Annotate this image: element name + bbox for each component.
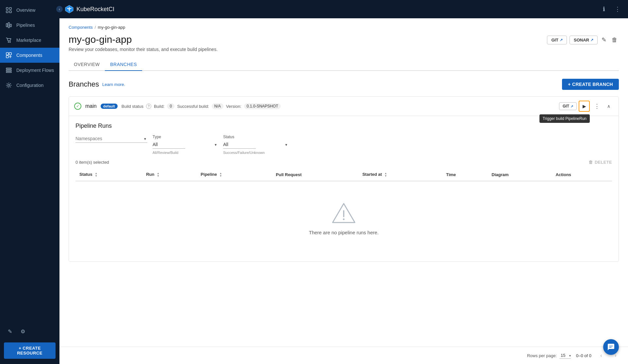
sidebar-item-label: Overview (16, 8, 35, 13)
pipeline-runs-table: Status ▲▼ Run ▲▼ Pipeline ▲▼ (75, 169, 612, 255)
version-value: 0.1.0-SNAPSHOT (244, 103, 281, 109)
branch-meta: Build status ? Build: 0 Successful build… (122, 103, 281, 109)
gear-icon (5, 82, 12, 89)
page-title: my-go-gin-app (69, 34, 132, 45)
tabs: OVERVIEW BRANCHES (69, 58, 619, 71)
pagination-bar: Rows per page: 15 25 50 ▾ 0–0 of 0 ‹ › (59, 347, 628, 364)
git-button[interactable]: GIT ↗ (547, 36, 567, 44)
branch-git-button[interactable]: GIT ↗ (559, 102, 577, 110)
rows-per-page-select[interactable]: 15 25 50 (559, 352, 571, 359)
sidebar-item-pipelines[interactable]: Pipelines (0, 18, 59, 33)
external-link-icon: ↗ (560, 38, 563, 42)
sonar-button[interactable]: SONAR ↗ (570, 36, 598, 44)
sort-icon-run: ▲▼ (157, 172, 159, 177)
col-status[interactable]: Status ▲▼ (75, 169, 142, 181)
delete-button[interactable]: 🗑 DELETE (588, 160, 612, 165)
type-select[interactable]: All (153, 141, 185, 149)
sort-icon-started-at: ▲▼ (385, 172, 387, 177)
breadcrumb-components-link[interactable]: Components (69, 25, 93, 30)
table-header-row: Status ▲▼ Run ▲▼ Pipeline ▲▼ (75, 169, 612, 181)
svg-point-17 (343, 218, 345, 220)
sidebar-item-label: Pipelines (16, 23, 35, 28)
sidebar-item-overview[interactable]: Overview (0, 3, 59, 18)
create-resource-button[interactable]: + CREATE RESOURCE (4, 342, 56, 359)
branch-actions: GIT ↗ ▶ Trigger build PipelineRun ⋮ ∧ (559, 101, 613, 112)
tab-overview[interactable]: OVERVIEW (69, 58, 105, 71)
namespace-input-wrapper: ▾ (75, 135, 147, 143)
more-menu-button[interactable]: ⋮ (612, 4, 623, 14)
settings-icon[interactable]: ⚙ (18, 327, 27, 336)
main-content: Components / my-go-gin-app my-go-gin-app… (59, 18, 628, 347)
version-label: Version: (226, 104, 241, 109)
sidebar-item-label: Configuration (16, 83, 43, 88)
col-run[interactable]: Run ▲▼ (142, 169, 197, 181)
page-subtitle: Review your codebases, monitor their sta… (69, 47, 619, 52)
info-button[interactable]: ℹ (599, 4, 609, 14)
items-selected-text: 0 item(s) selected (75, 160, 109, 165)
branch-status-icon: ✓ (74, 103, 81, 110)
app-logo: KubeRocketCI (65, 5, 114, 14)
svg-rect-10 (9, 53, 11, 55)
status-label: Status (223, 135, 289, 139)
chat-fab-button[interactable] (603, 339, 619, 355)
sidebar: ‹ Overview Pipeline (0, 0, 59, 364)
empty-state: There are no pipeline runs here. (75, 181, 612, 255)
namespace-input[interactable] (75, 135, 147, 143)
branches-title: Branches Learn more. (69, 80, 125, 89)
pipeline-runs-title: Pipeline Runs (75, 123, 612, 129)
tab-branches[interactable]: BRANCHES (105, 58, 142, 71)
col-started-at[interactable]: Started at ▲▼ (358, 169, 442, 181)
svg-rect-4 (6, 24, 8, 27)
sort-icon-status: ▲▼ (95, 172, 97, 177)
type-select-wrapper: All ▾ (153, 141, 218, 149)
sidebar-nav: Overview Pipelines Marketpla (0, 0, 59, 323)
col-pipeline[interactable]: Pipeline ▲▼ (197, 169, 272, 181)
rows-per-page-label: Rows per page: (527, 353, 557, 358)
sidebar-collapse-button[interactable]: ‹ (56, 5, 63, 13)
col-time: Time (442, 169, 488, 181)
branch-header: ✓ main default Build status ? Build: 0 S… (69, 97, 619, 116)
status-hint: Success/Failure/Unknown (223, 151, 289, 155)
svg-rect-0 (6, 8, 8, 9)
branch-more-button[interactable]: ⋮ (592, 101, 602, 111)
learn-more-link[interactable]: Learn more. (102, 82, 125, 87)
status-select-wrapper: All ▾ (223, 141, 289, 149)
svg-point-8 (10, 41, 11, 42)
status-select[interactable]: All (223, 141, 256, 149)
page-actions: GIT ↗ SONAR ↗ ✎ 🗑 (547, 35, 619, 45)
svg-rect-5 (8, 23, 9, 28)
sidebar-item-marketplace[interactable]: Marketplace (0, 33, 59, 48)
edit-icon[interactable]: ✎ (5, 327, 14, 336)
svg-rect-11 (6, 56, 8, 58)
trigger-build-button[interactable]: ▶ (579, 101, 590, 112)
edit-page-button[interactable]: ✎ (600, 35, 608, 45)
empty-state-text: There are no pipeline runs here. (309, 230, 378, 235)
pipeline-runs-table-wrapper: Status ▲▼ Run ▲▼ Pipeline ▲▼ (75, 169, 612, 255)
delete-icon: 🗑 (588, 160, 593, 165)
delete-page-button[interactable]: 🗑 (610, 35, 619, 45)
branch-collapse-button[interactable]: ∧ (604, 102, 613, 111)
sort-icon-pipeline: ▲▼ (220, 172, 222, 177)
sidebar-item-configuration[interactable]: Configuration (0, 78, 59, 93)
sidebar-item-components[interactable]: Components (0, 48, 59, 63)
branch-default-badge: default (101, 104, 118, 109)
warning-triangle-icon (331, 201, 357, 224)
status-chevron-icon: ▾ (285, 142, 287, 147)
build-value: 0 (167, 103, 174, 109)
svg-rect-9 (6, 53, 8, 55)
breadcrumb-separator: / (95, 25, 96, 30)
sidebar-item-deployment-flows[interactable]: Deployment Flows (0, 63, 59, 78)
page-header: my-go-gin-app GIT ↗ SONAR ↗ ✎ 🗑 (69, 34, 619, 45)
previous-page-button[interactable]: ‹ (597, 351, 606, 360)
build-status-help-icon[interactable]: ? (146, 104, 151, 109)
namespace-filter-group: ▾ (75, 135, 147, 143)
table-empty-row: There are no pipeline runs here. (75, 181, 612, 255)
page-info: 0–0 of 0 (576, 353, 591, 358)
rows-per-page: Rows per page: 15 25 50 ▾ (527, 352, 571, 359)
app-name: KubeRocketCI (76, 6, 114, 13)
components-icon (5, 52, 12, 59)
successful-build-value: N/A (212, 103, 223, 109)
sidebar-item-label: Components (16, 53, 42, 58)
create-branch-button[interactable]: + CREATE BRANCH (562, 79, 619, 90)
breadcrumb-current: my-go-gin-app (98, 25, 125, 30)
